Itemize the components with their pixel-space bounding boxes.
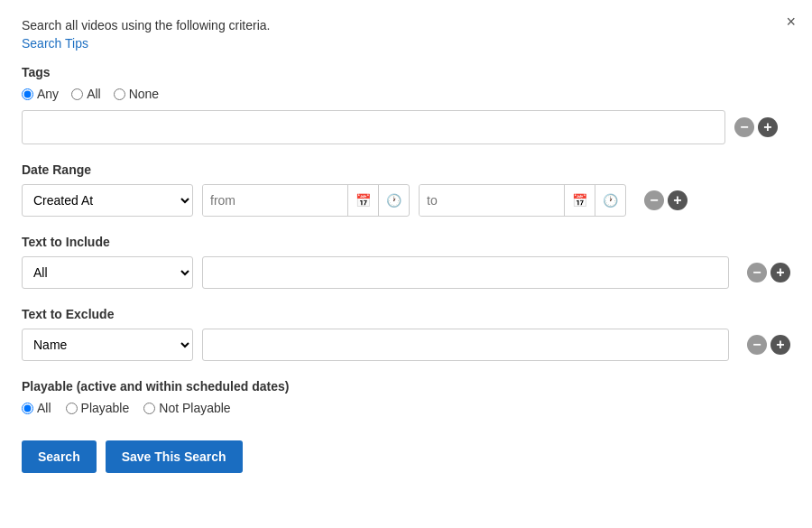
text-exclude-add-button[interactable]: + [770,335,790,355]
playable-radio-group: All Playable Not Playable [22,401,790,415]
date-add-button[interactable]: + [668,190,687,210]
text-include-row: All Name Description Tags − + [22,256,790,289]
date-field-select[interactable]: Created At Updated At Published At [22,184,193,217]
intro-text: Search all videos using the following cr… [22,18,790,32]
tags-radio-all[interactable]: All [71,87,101,101]
tags-input-row: − + [22,110,790,144]
text-exclude-section: Text to Exclude Name All Description Tag… [22,307,790,361]
tags-radio-group: Any All None [22,87,790,101]
text-exclude-controls: − + [747,335,790,355]
text-exclude-remove-button[interactable]: − [747,335,767,355]
date-to-clock-icon[interactable]: 🕐 [595,185,625,216]
playable-radio-playable[interactable]: Playable [66,401,130,415]
date-range-label: Date Range [22,162,790,177]
date-remove-button[interactable]: − [644,190,664,210]
save-search-button[interactable]: Save This Search [106,440,243,473]
playable-label: Playable (active and within scheduled da… [22,379,790,394]
tags-radio-any[interactable]: Any [22,87,59,101]
text-exclude-input[interactable] [202,329,729,361]
tags-controls: − + [734,117,778,137]
close-button[interactable]: × [786,13,796,32]
tags-add-button[interactable]: + [758,117,778,137]
date-range-section: Date Range Created At Updated At Publish… [22,162,790,217]
text-include-remove-button[interactable]: − [747,263,767,283]
tags-label: Tags [22,65,790,79]
date-range-row: Created At Updated At Published At 📅 🕐 📅… [22,184,790,217]
text-exclude-select[interactable]: Name All Description Tags [22,329,193,361]
date-from-wrap: 📅 🕐 [202,184,410,217]
date-to-calendar-icon[interactable]: 📅 [564,185,595,216]
text-include-select[interactable]: All Name Description Tags [22,256,193,289]
text-exclude-label: Text to Exclude [22,307,790,321]
text-include-label: Text to Include [22,235,790,249]
text-include-add-button[interactable]: + [770,263,790,283]
date-from-input[interactable] [203,185,347,216]
search-dialog: × Search all videos using the following … [0,0,812,495]
date-to-wrap: 📅 🕐 [419,184,626,217]
date-controls: − + [644,190,687,210]
date-to-input[interactable] [420,185,564,216]
text-include-input[interactable] [202,256,729,289]
date-from-calendar-icon[interactable]: 📅 [347,185,378,216]
tags-radio-none[interactable]: None [114,87,159,101]
text-exclude-row: Name All Description Tags − + [22,329,790,361]
playable-section: Playable (active and within scheduled da… [22,379,790,415]
playable-radio-all[interactable]: All [22,401,51,415]
playable-radio-not-playable[interactable]: Not Playable [143,401,230,415]
date-from-clock-icon[interactable]: 🕐 [378,185,409,216]
search-button[interactable]: Search [22,440,97,473]
search-tips-link[interactable]: Search Tips [22,36,88,51]
text-include-controls: − + [747,263,790,283]
footer-buttons: Search Save This Search [22,440,790,473]
tags-remove-button[interactable]: − [734,117,754,137]
tags-section: Tags Any All None − + [22,65,790,144]
text-include-section: Text to Include All Name Description Tag… [22,235,790,289]
tags-input[interactable] [22,110,725,144]
